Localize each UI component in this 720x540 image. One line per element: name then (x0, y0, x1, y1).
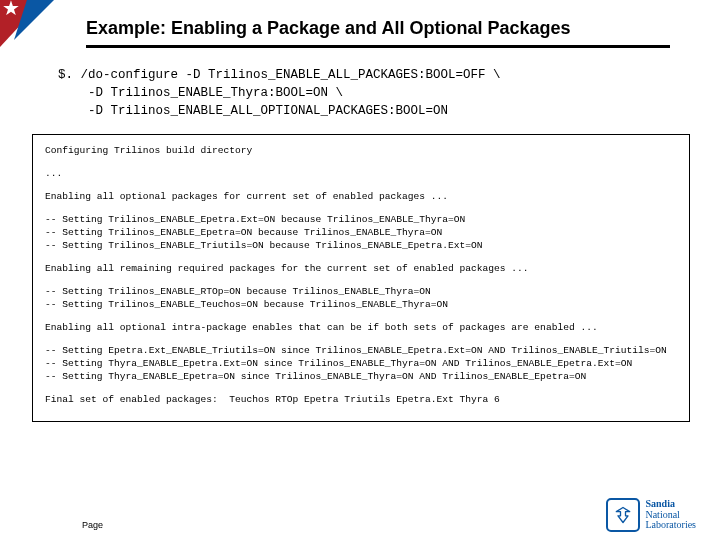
output-line: Configuring Trilinos build directory (45, 145, 677, 158)
output-box: Configuring Trilinos build directory ...… (32, 134, 690, 421)
output-line: Enabling all optional intra-package enab… (45, 322, 677, 335)
output-line: Enabling all optional packages for curre… (45, 191, 677, 204)
sandia-logo-text: Sandia National Laboratories (645, 499, 696, 531)
star-icon: ★ (2, 0, 20, 20)
title-underline (86, 45, 670, 48)
slide-accent-corner: ★ (0, 0, 64, 48)
command-block: $. /do-configure -D Trilinos_ENABLE_ALL_… (58, 66, 720, 120)
output-line: -- Setting Trilinos_ENABLE_RTOp=ON becau… (45, 286, 677, 312)
output-line: ... (45, 168, 677, 181)
thunderbird-icon (606, 498, 640, 532)
output-line: Final set of enabled packages: Teuchos R… (45, 394, 677, 407)
output-line: -- Setting Epetra.Ext_ENABLE_Triutils=ON… (45, 345, 677, 384)
slide-title: Example: Enabling a Package and All Opti… (86, 18, 670, 39)
page-footer: Page (82, 520, 103, 530)
svg-marker-0 (0, 0, 64, 48)
sandia-logo: Sandia National Laboratories (606, 498, 696, 532)
output-line: -- Setting Trilinos_ENABLE_Epetra.Ext=ON… (45, 214, 677, 253)
svg-marker-1 (14, 0, 64, 40)
output-line: Enabling all remaining required packages… (45, 263, 677, 276)
logo-line: Laboratories (645, 520, 696, 531)
